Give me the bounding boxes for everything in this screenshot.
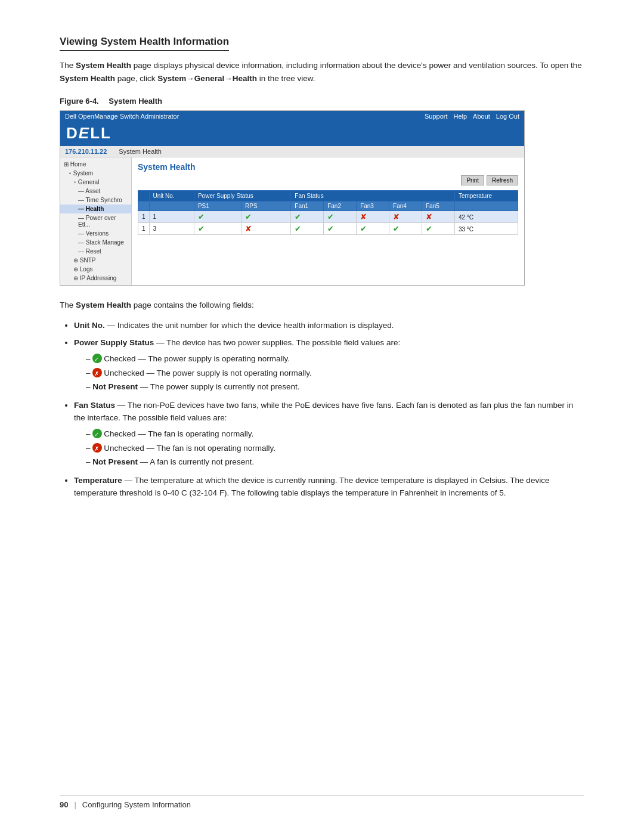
page-footer: 90 | Configuring System Information: [60, 795, 584, 809]
th2-empty: [138, 202, 150, 211]
sub-power-checked: Checked — The power supply is operating …: [86, 352, 584, 366]
sub-list-fan: Checked — The fan is operating normally.…: [86, 427, 584, 469]
sidebar-item-home[interactable]: ⊞ Home: [60, 160, 131, 169]
sidebar-item-versions[interactable]: — Versions: [60, 229, 131, 238]
dell-sidebar: ⊞ Home ⁃ System ⁃ General — Asset — Time…: [60, 157, 132, 285]
dell-ipbar: 176.210.11.22 System Health: [60, 146, 524, 157]
sidebar-item-logs[interactable]: ⊕ Logs: [60, 265, 131, 274]
dell-ip-address[interactable]: 176.210.11.22: [65, 148, 107, 155]
topbar-about[interactable]: About: [473, 113, 490, 120]
td-f5-r1: ✘: [422, 211, 454, 223]
th2-fan5: Fan5: [422, 202, 454, 211]
sub-power-notpresent: Not Present — The power supply is curren…: [86, 380, 584, 394]
topbar-support[interactable]: Support: [425, 113, 448, 120]
bullet-fanstatus-label: Fan Status: [74, 401, 115, 410]
sub-power-notpresent-label: Not Present: [92, 382, 138, 391]
th-unitno: Unit No.: [149, 191, 194, 202]
sub-fan-notpresent-label: Not Present: [92, 457, 138, 466]
sidebar-item-ipaddressing[interactable]: ⊕ IP Addressing: [60, 274, 131, 283]
cross-icon-power: [92, 368, 102, 377]
sidebar-item-reset[interactable]: — Reset: [60, 247, 131, 256]
screenshot-container: Dell OpenManage Switch Administrator Sup…: [60, 110, 525, 286]
th-empty1: [138, 191, 150, 202]
section-title: Viewing System Health Information: [60, 36, 229, 51]
dell-content-title: System Health: [138, 162, 518, 172]
intro-paragraph: The System Health page displays physical…: [60, 59, 584, 85]
sub-fan-checked: Checked — The fan is operating normally.: [86, 427, 584, 441]
td-temp-r1: 42 oC: [454, 211, 518, 223]
check-icon-power: [92, 354, 102, 363]
sidebar-item-asset[interactable]: — Asset: [60, 187, 131, 196]
sidebar-item-general[interactable]: ⁃ General: [60, 178, 131, 187]
td-rps-r1: ✔: [242, 211, 291, 223]
bullet-temperature-label: Temperature: [74, 476, 122, 485]
td-f2-r2: ✔: [324, 223, 357, 235]
fields-intro: The System Health page contains the foll…: [60, 299, 584, 312]
th2-fan1: Fan1: [291, 202, 324, 211]
td-unit2: 3: [149, 223, 194, 235]
td-ps1-r1: ✔: [194, 211, 241, 223]
td-f1-r2: ✔: [291, 223, 324, 235]
td-rn2: 1: [138, 223, 150, 235]
refresh-button[interactable]: Refresh: [487, 175, 518, 185]
print-button[interactable]: Print: [461, 175, 484, 185]
cross-icon-fan: [92, 443, 102, 453]
td-f5-r2: ✔: [422, 223, 454, 235]
td-unit1: 1: [149, 211, 194, 223]
intro-bold1: System Health: [76, 61, 131, 70]
sidebar-item-timesynchro[interactable]: — Time Synchro: [60, 196, 131, 205]
footer-separator: |: [74, 800, 76, 809]
td-temp-r2: 33 oC: [454, 223, 518, 235]
th2-fan3: Fan3: [357, 202, 389, 211]
bullet-powersupply-label: Power Supply Status: [74, 338, 154, 347]
td-rn1: 1: [138, 211, 150, 223]
td-f4-r1: ✘: [389, 211, 422, 223]
th-temperature: Temperature: [454, 191, 518, 202]
sidebar-item-stackmanage[interactable]: — Stack Manage: [60, 238, 131, 247]
th-fan-status: Fan Status: [291, 191, 455, 202]
td-f4-r2: ✔: [389, 223, 422, 235]
th2-fan4: Fan4: [389, 202, 422, 211]
th2-ps1: PS1: [194, 202, 241, 211]
dell-content: System Health Print Refresh Unit No. Pow…: [132, 157, 524, 285]
fields-bold: System Health: [76, 301, 131, 309]
dell-logo: DELL: [66, 124, 518, 143]
sub-list-power: Checked — The power supply is operating …: [86, 352, 584, 394]
td-f3-r2: ✔: [357, 223, 389, 235]
bullet-list: Unit No. — Indicates the unit number for…: [74, 319, 584, 500]
figure-label: Figure 6-4. System Health: [60, 97, 584, 106]
td-f1-r1: ✔: [291, 211, 324, 223]
sub-fan-unchecked: Unchecked — The fan is not operating nor…: [86, 441, 584, 456]
th2-unitno: [149, 202, 194, 211]
bullet-unitno-label: Unit No.: [74, 321, 105, 330]
th2-rps: RPS: [242, 202, 291, 211]
sidebar-item-poweroveretl[interactable]: — Power over Etl...: [60, 213, 131, 229]
dell-health-table: Unit No. Power Supply Status Fan Status …: [138, 190, 518, 235]
dell-toolbar: Print Refresh: [138, 175, 518, 185]
table-row: 1 3 ✔ ✘ ✔ ✔ ✔ ✔ ✔ 33 oC: [138, 223, 518, 235]
page-number: 90: [60, 800, 68, 809]
td-rps-r2: ✘: [242, 223, 291, 235]
th-power-supply: Power Supply Status: [194, 191, 290, 202]
sidebar-item-system[interactable]: ⁃ System: [60, 169, 131, 178]
bullet-unitno: Unit No. — Indicates the unit number for…: [74, 319, 584, 332]
intro-bold3: System→General→Health: [157, 74, 257, 83]
sidebar-item-sntp[interactable]: ⊕ SNTP: [60, 256, 131, 265]
th2-fan2: Fan2: [324, 202, 357, 211]
sub-fan-notpresent: Not Present — A fan is currently not pre…: [86, 456, 584, 469]
dell-logobar: DELL: [60, 122, 524, 146]
td-f3-r1: ✘: [357, 211, 389, 223]
topbar-logout[interactable]: Log Out: [496, 113, 519, 120]
bullet-powersupply: Power Supply Status — The device has two…: [74, 336, 584, 394]
topbar-help[interactable]: Help: [453, 113, 467, 120]
td-f2-r1: ✔: [324, 211, 357, 223]
dell-breadcrumb: System Health: [119, 148, 162, 155]
sidebar-item-health[interactable]: — Health: [60, 205, 131, 213]
dell-topbar: Dell OpenManage Switch Administrator Sup…: [60, 111, 524, 122]
th2-temp: [454, 202, 518, 211]
bullet-temperature: Temperature — The temperature at which t…: [74, 474, 584, 500]
intro-bold2: System Health: [60, 74, 115, 83]
bullet-fanstatus: Fan Status — The non-PoE devices have tw…: [74, 399, 584, 469]
dell-app-title: Dell OpenManage Switch Administrator: [65, 113, 179, 120]
dell-main: ⊞ Home ⁃ System ⁃ General — Asset — Time…: [60, 157, 524, 285]
